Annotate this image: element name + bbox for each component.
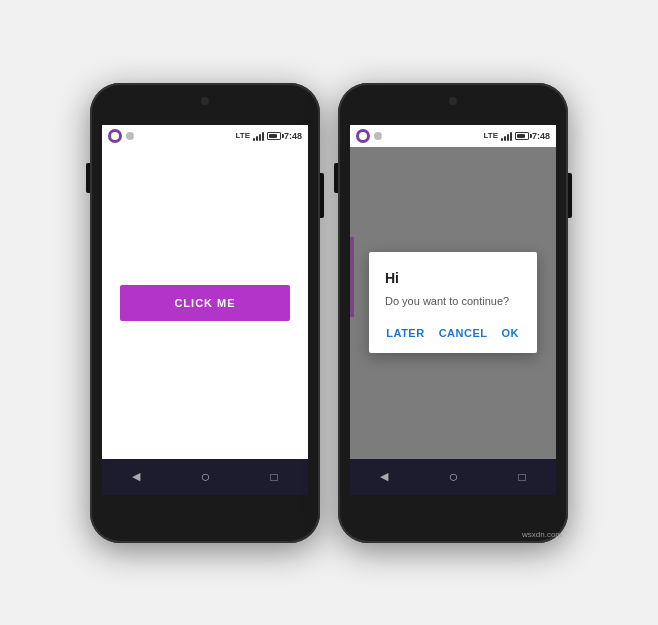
signal-icon-1	[253, 131, 264, 141]
notification-dot-2	[374, 132, 382, 140]
home-button-2[interactable]: ○	[449, 468, 459, 486]
status-bar-2: LTE 7:48	[350, 125, 556, 147]
lte-icon-2: LTE	[483, 131, 498, 140]
phone-2-screen: LTE 7:48	[350, 125, 556, 495]
phone-1-top-bar	[90, 97, 320, 105]
nav-bar-1: ◀ ○ □	[102, 459, 308, 495]
dialog-box: Hi Do you want to continue? LATER CANCEL…	[369, 252, 537, 353]
home-button-1[interactable]: ○	[201, 468, 211, 486]
click-me-button[interactable]: CLICK ME	[120, 285, 290, 321]
phone-1: LTE 7:48 CLICK ME	[90, 83, 320, 543]
dialog-title: Hi	[385, 270, 521, 286]
dialog-message: Do you want to continue?	[385, 294, 521, 309]
dialog-overlay: Hi Do you want to continue? LATER CANCEL…	[350, 147, 556, 459]
battery-icon-2	[515, 132, 529, 140]
camera-1	[201, 97, 209, 105]
recent-button-1[interactable]: □	[271, 470, 278, 484]
dialog-buttons: LATER CANCEL OK	[385, 323, 521, 343]
signal-icon-2	[501, 131, 512, 141]
back-button-2[interactable]: ◀	[380, 470, 388, 483]
phones-container: LTE 7:48 CLICK ME	[90, 83, 568, 543]
back-button-1[interactable]: ◀	[132, 470, 140, 483]
battery-icon-1	[267, 132, 281, 140]
camera-2	[449, 97, 457, 105]
status-left-1	[108, 129, 134, 143]
android-logo-2	[356, 129, 370, 143]
lte-icon-1: LTE	[235, 131, 250, 140]
time-1: 7:48	[284, 131, 302, 141]
notification-dot-1	[126, 132, 134, 140]
status-right-2: LTE 7:48	[483, 131, 550, 141]
status-left-2	[356, 129, 382, 143]
android-logo-1	[108, 129, 122, 143]
recent-button-2[interactable]: □	[519, 470, 526, 484]
later-button[interactable]: LATER	[384, 323, 426, 343]
phone-2-app-content: Hi Do you want to continue? LATER CANCEL…	[350, 147, 556, 459]
status-right-1: LTE 7:48	[235, 131, 302, 141]
phone-2: LTE 7:48	[338, 83, 568, 543]
watermark: wsxdn.com	[522, 530, 562, 539]
phone-2-top-bar	[338, 97, 568, 105]
nav-bar-2: ◀ ○ □	[350, 459, 556, 495]
time-2: 7:48	[532, 131, 550, 141]
cancel-button[interactable]: CANCEL	[437, 323, 490, 343]
status-bar-1: LTE 7:48	[102, 125, 308, 147]
ok-button[interactable]: OK	[500, 323, 522, 343]
phone-1-app-content: CLICK ME	[102, 147, 308, 459]
phone-1-screen: LTE 7:48 CLICK ME	[102, 125, 308, 495]
